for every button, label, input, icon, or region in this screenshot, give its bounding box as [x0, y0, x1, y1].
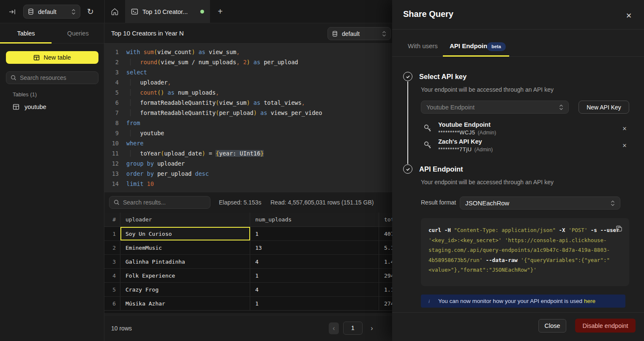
sidebar-tabs: Tables Queries — [0, 23, 104, 44]
key-icon — [423, 140, 432, 150]
line-number: 1 — [104, 47, 119, 57]
tables-section-label: Tables (1) — [13, 91, 37, 98]
pagination-next-button[interactable]: › — [367, 322, 377, 334]
tab-api-underline — [443, 55, 509, 57]
collapse-sidebar-icon — [8, 8, 16, 16]
table-cell[interactable]: Folk Experience — [120, 269, 250, 282]
close-icon: ✕ — [626, 11, 632, 20]
table-cell[interactable]: 1 — [250, 269, 379, 282]
remove-api-key-button[interactable]: ✕ — [620, 124, 629, 133]
pagination-page-input[interactable]: 1 — [343, 322, 363, 335]
curl-line: <value>"},"format":"JSONEachRow"}' — [428, 265, 622, 275]
table-cell[interactable]: 13 — [250, 241, 379, 254]
unsaved-changes-dot — [200, 10, 204, 14]
clickhouse-console: default ↻ Top 10 Creator... + Tables Que… — [0, 0, 644, 341]
row-index: 1 — [104, 227, 120, 240]
tab-api-endpoint[interactable]: API Endpoint — [450, 42, 489, 49]
query-tab[interactable]: Top 10 Creator... — [125, 0, 210, 23]
panel-divider — [392, 29, 644, 30]
query-database-selector[interactable]: default — [327, 27, 391, 40]
chevron-updown-icon — [559, 104, 563, 110]
row-index: 4 — [104, 269, 120, 282]
database-selector[interactable]: default — [23, 5, 80, 19]
collapse-sidebar-button[interactable] — [8, 7, 17, 16]
code-text: order by per_upload desc — [126, 169, 209, 179]
panel-close-button[interactable]: ✕ — [623, 10, 634, 21]
copy-button[interactable] — [614, 224, 624, 233]
plus-icon: + — [218, 7, 223, 16]
line-number: 4 — [104, 77, 119, 87]
panel-footer-divider — [392, 312, 644, 313]
terminal-icon — [131, 8, 138, 15]
line-number: 3 — [104, 67, 119, 77]
refresh-icon: ↻ — [87, 7, 94, 16]
tab-queries[interactable]: Queries — [52, 23, 104, 43]
line-number: 10 — [104, 138, 119, 148]
api-key-row: Youtube Endpoint *********WCJ5(Admin) ✕ — [421, 121, 629, 137]
column-header-index[interactable]: # — [104, 213, 120, 226]
code-text: count() as num_uploads, — [126, 87, 219, 98]
table-cell[interactable]: 4 — [250, 283, 379, 296]
code-text: uploader, — [126, 77, 171, 87]
home-button[interactable] — [104, 0, 125, 23]
search-resources-input[interactable]: Search resources — [6, 71, 98, 84]
database-selector-value: default — [38, 8, 71, 15]
table-cell[interactable]: Soy Un Curioso — [120, 227, 250, 240]
api-key-row: Zach's API Key *********7TjU(Admin) ✕ — [421, 138, 629, 154]
rows-count: 10 rows — [111, 315, 132, 341]
step1-subtitle: Your endpoint will be accessed through a… — [421, 86, 554, 93]
table-cell[interactable]: 1 — [250, 227, 379, 240]
line-number: 5 — [104, 87, 119, 98]
step1-title: Select API key — [419, 73, 467, 81]
refresh-button[interactable]: ↻ — [85, 6, 96, 17]
table-cell[interactable]: Galinha Pintadinha — [120, 255, 250, 268]
code-text: youtube — [126, 128, 164, 138]
row-index: 2 — [104, 241, 120, 254]
search-icon — [114, 199, 120, 205]
curl-command[interactable]: curl -H "Content-Type: application/json"… — [428, 225, 622, 275]
row-index: 3 — [104, 255, 120, 268]
disable-endpoint-button[interactable]: Disable endpoint — [575, 319, 636, 333]
table-cell[interactable]: 1 — [250, 297, 379, 310]
code-text: group by uploader — [126, 158, 185, 169]
banner-here-link[interactable]: here — [584, 298, 595, 304]
table-cell[interactable]: EminemMusic — [120, 241, 250, 254]
new-tab-button[interactable]: + — [210, 0, 230, 23]
api-key-name: Youtube Endpoint — [438, 121, 491, 128]
panel-title: Share Query — [403, 9, 453, 19]
result-format-select[interactable]: JSONEachRow — [460, 196, 620, 210]
close-button[interactable]: Close — [538, 319, 566, 333]
result-format-label: Result format — [421, 199, 456, 206]
curl-code-block: curl -H "Content-Type: application/json"… — [421, 218, 629, 286]
curl-line: curl -H "Content-Type: application/json"… — [428, 225, 622, 235]
chevron-updown-icon — [611, 200, 615, 206]
code-text: where — [126, 138, 144, 148]
new-table-button[interactable]: New table — [6, 51, 98, 64]
table-cell[interactable]: 4 — [250, 255, 379, 268]
table-cell[interactable]: Crazy Frog — [120, 283, 250, 296]
api-key-masked: *********WCJ5(Admin) — [438, 129, 496, 136]
api-key-select[interactable]: Youtube Endpoint — [421, 101, 569, 114]
result-format-value: JSONEachRow — [465, 199, 611, 207]
chevron-updown-icon — [71, 9, 76, 15]
remove-api-key-button[interactable]: ✕ — [620, 141, 629, 150]
pagination-prev-button[interactable]: ‹ — [329, 322, 339, 334]
tab-tables[interactable]: Tables — [0, 23, 52, 43]
panel-divider — [392, 56, 644, 57]
step2-check-icon — [403, 164, 412, 174]
sidebar-item-youtube[interactable]: youtube — [8, 101, 98, 113]
chevron-updown-icon — [382, 31, 386, 37]
tab-with-users[interactable]: With users — [408, 42, 438, 49]
table-cell[interactable]: Músika Azhar — [120, 297, 250, 310]
column-header-num-uploads[interactable]: num_uploads — [250, 213, 379, 226]
stepper-line — [407, 82, 408, 164]
code-text: with sum(view_count) as view_sum, — [126, 47, 240, 57]
step1-check-icon — [403, 72, 412, 81]
code-text: toYear(upload_date) = {year: UInt16} — [126, 148, 264, 158]
line-number: 9 — [104, 128, 119, 138]
line-number: 13 — [104, 169, 119, 179]
new-api-key-button[interactable]: New API Key — [579, 101, 629, 114]
column-header-uploader[interactable]: uploader — [120, 213, 250, 226]
search-results-input[interactable]: Search results... — [109, 196, 210, 209]
step2-title: API Endpoint — [419, 165, 463, 173]
